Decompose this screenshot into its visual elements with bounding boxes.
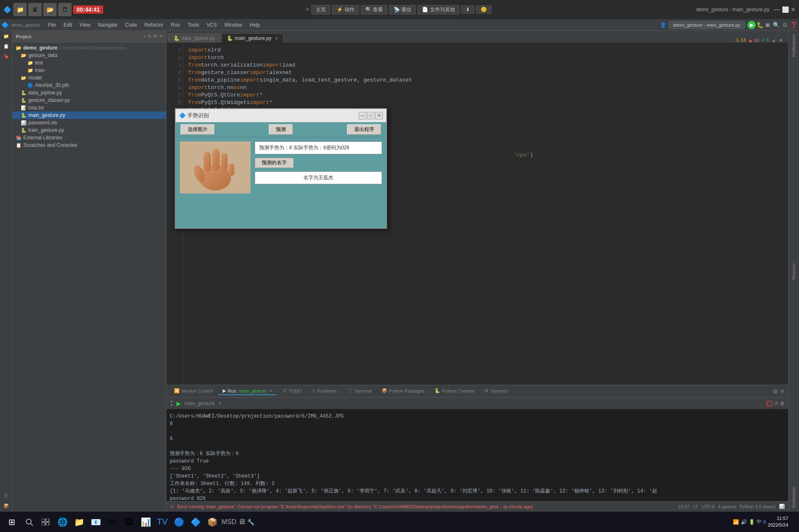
scroll-down[interactable]: ▼ [779,38,783,43]
menu-edit[interactable]: Edit [60,21,76,29]
menu-view[interactable]: View [76,21,94,29]
menu-view[interactable]: 🔍 查看 [361,5,387,15]
help-btn[interactable]: ❓ [790,22,797,28]
clear-btn[interactable]: 🗑 [780,401,785,406]
tree-item-test[interactable]: 📁 test [12,59,166,67]
baidu-icon[interactable]: B [763,520,766,525]
tree-item-demo-gesture[interactable]: 📂 demo_gesture C:\Users\HUAWEI\Desktop\p… [12,44,166,52]
file-explorer-icon[interactable]: 📁 [72,515,87,530]
ime-icon[interactable]: 中 [757,518,762,525]
menu-actions[interactable]: ⚡ 动作 [332,5,359,15]
menu-help[interactable]: Help [246,21,263,29]
menu-comms[interactable]: 📡 通信 [389,5,416,15]
run-button[interactable]: ▶ [747,21,756,29]
panel-settings[interactable]: ⚙ [153,34,157,39]
tree-item-alexnet[interactable]: 🔵 AlexNet_30.pth [12,82,166,89]
tree-item-train-gesture[interactable]: 🐍 train_gesture.py [12,126,166,134]
show-desktop-btn[interactable] [793,514,796,530]
menu-navigate[interactable]: Navigate [94,21,121,29]
predict-name-btn[interactable]: 预测的名字 [255,158,294,168]
tree-item-scratches[interactable]: 📋 Scratches and Consoles [12,141,166,149]
photos-icon[interactable]: 🖼 [122,515,136,530]
tree-item-gesture-classer[interactable]: 🐍 gesture_classer.py [12,97,166,104]
scroll-up-icon[interactable]: ▲ [170,400,173,403]
debug-button[interactable]: 🐛 [757,21,764,29]
panel-close[interactable]: ✕ [159,34,163,39]
search-everywhere-btn[interactable]: 🔍 [773,22,780,28]
taskbar-thumb-icon[interactable]: 🖥 [238,517,246,526]
intellij-icon[interactable]: 🔷 [188,515,203,530]
maven-icon[interactable]: 📦 [2,502,10,510]
panel-collapse-all[interactable]: ≡ [144,34,146,39]
teamviewer-icon[interactable]: TV [155,515,170,530]
menu-code[interactable]: Code [122,21,141,29]
tree-item-main-gesture[interactable]: 🐍 main_gesture.py [12,111,166,119]
menu-refactor[interactable]: Refactor [141,21,166,29]
tree-item-external-libs[interactable]: 📚 External Libraries [12,134,166,141]
vscode-icon[interactable]: 📦 [205,515,220,530]
tree-item-gesture-data[interactable]: 📂 gesture_data [12,52,166,59]
scroll-up[interactable]: ▲ [772,38,776,43]
start-button[interactable]: ⊞ [3,514,20,530]
search-taskbar-btn[interactable] [22,515,37,530]
notifications-label[interactable]: Notifications [792,31,796,60]
tree-item-loss-txt[interactable]: 📝 loss.txt [12,104,166,111]
minimize-btn[interactable]: — [774,6,780,13]
gesture-dialog[interactable]: 🔷 手势识别 — □ ✕ 选择图片 预测 退出程序 [175,108,387,229]
select-image-btn[interactable]: 选择图片 [181,124,215,135]
ppt-icon[interactable]: 📊 [138,515,153,530]
project-icon[interactable]: 📁 [2,32,10,40]
rerun-btn[interactable]: ↺ [774,401,778,406]
bookmarks-icon[interactable]: 🔖 [2,52,10,60]
tab-services[interactable]: ⚙ Services [480,387,512,395]
scroll-down-icon[interactable]: ▼ [170,404,173,407]
panel-close-icon[interactable]: ✕ [780,388,785,395]
dialog-maximize-btn[interactable]: □ [367,112,375,119]
taskbar-icon-3[interactable]: 📂 [43,3,57,16]
run-tab-close[interactable]: ✕ [218,401,221,406]
stop-run-btn[interactable]: ⬛ [767,401,772,406]
stop-button[interactable]: ⏹ [764,21,770,29]
menu-tools[interactable]: Tools [184,21,203,29]
chrome-icon[interactable]: 🔵 [171,515,186,530]
panel-sort[interactable]: ⇅ [148,34,151,39]
structure-icon-left[interactable]: 📋 [2,42,10,50]
structure-label[interactable]: Structure [792,260,796,284]
panel-settings-icon[interactable]: ⚙ [773,388,778,395]
close-icon-top[interactable]: ✕ [305,7,310,12]
dialog-minimize-btn[interactable]: — [359,112,366,119]
taskbar-icon-2[interactable]: 🖥 [28,3,42,16]
volume-icon[interactable]: 🔊 [741,519,747,525]
menu-emoji[interactable]: 😊 [476,5,491,14]
predict-btn[interactable]: 预测 [269,124,293,135]
tab-close-icon[interactable]: ✕ [275,36,278,41]
tree-item-data-pipline[interactable]: 🐍 data_pipline.py [12,89,166,97]
close-btn[interactable]: ✕ [791,6,796,13]
android-icon[interactable]: MSD [221,515,236,530]
menu-download[interactable]: ⬇ [461,5,474,14]
settings-btn[interactable]: ⚙ [782,22,788,28]
browser-icon[interactable]: 🌐 [55,515,70,530]
tree-item-train[interactable]: 📁 train [12,67,166,74]
exit-btn[interactable]: 退出程序 [347,124,381,135]
task-view-btn[interactable] [38,515,53,530]
bookmarks-label[interactable]: Bookmarks [792,484,796,511]
taskbar-icon-4[interactable]: 🗒 [58,3,72,16]
tab-main-gesture[interactable]: 🐍 main_gesture.py ✕ [221,33,284,43]
tab-terminal[interactable]: ⬛ Terminal [342,387,376,395]
store-icon[interactable]: 🛍 [105,515,120,530]
account-icon[interactable]: 👤 [660,22,666,28]
database-icon[interactable]: 🗄 [2,492,10,500]
system-clock[interactable]: 11:57 2022/5/24 [768,515,792,528]
restore-btn[interactable]: ⬜ [782,6,789,13]
mail-icon[interactable]: 📧 [88,515,103,530]
menu-home[interactable]: 主页 [311,5,330,15]
network-icon[interactable]: 📶 [733,519,739,525]
menu-file[interactable]: File [45,21,59,29]
tab-run[interactable]: ▶ Run: main_gesture ✕ [218,387,277,395]
tab-todo[interactable]: ☑ TODO [278,387,306,395]
menu-window[interactable]: Window [221,21,246,29]
tab-version-control[interactable]: 🔀 Version Control [170,387,217,395]
another-icon[interactable]: 🔧 [247,519,254,525]
run-config-selector[interactable]: demo_gesture - main_gesture.py [669,21,745,29]
